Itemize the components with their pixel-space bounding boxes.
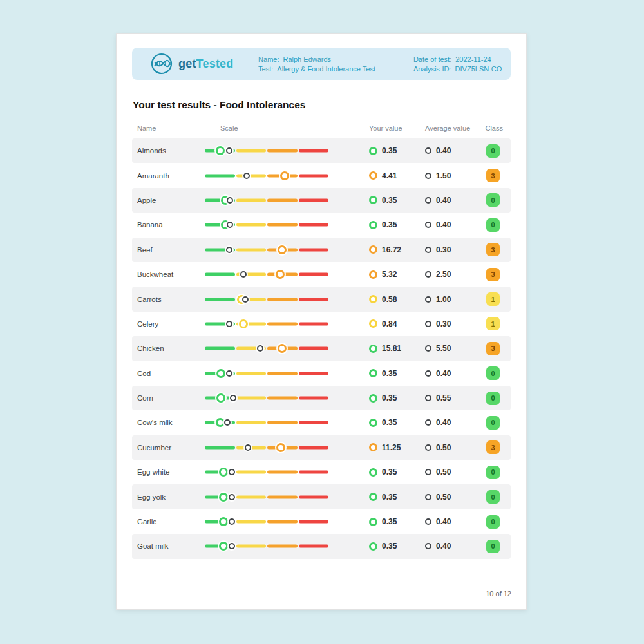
class-badge: 0 [486,466,500,479]
your-value-ring-icon [369,171,377,180]
class-cell: 0 [486,366,500,380]
your-value-ring-icon [369,147,377,155]
average-value-marker [226,247,232,253]
average-value-number: 0.55 [436,393,451,402]
your-value-ring-icon [369,394,377,402]
scale-bar [205,446,328,449]
your-value-number: 4.41 [382,171,397,180]
class-badge: 0 [486,193,500,207]
scale-segment-orange [267,372,298,375]
allergen-name: Banana [132,221,205,229]
average-value-ring-icon [425,296,431,303]
scale-segment-red [299,397,329,400]
your-value-marker [219,542,228,551]
table-row: Cow's milk0.350.400 [132,410,511,435]
average-value-ring-icon [425,444,431,451]
average-value-cell: 0.40 [425,369,483,378]
your-value-number: 0.35 [382,369,397,378]
your-value-ring-icon [369,270,377,279]
your-value-number: 0.35 [382,220,397,229]
scale-segment-red [299,545,329,548]
average-value-cell: 1.00 [425,295,483,304]
your-value-number: 0.35 [382,146,397,155]
scale-bar [205,322,328,325]
report-header-banner: getTested Name: Ralph Edwards Test: Alle… [132,48,511,80]
your-value-ring-icon [369,419,377,427]
average-value-number: 0.40 [436,146,451,155]
scale-segment-red [299,347,329,350]
average-value-cell: 0.50 [425,493,483,502]
test-value: Allergy & Food Intolerance Test [277,65,375,73]
average-value-marker [229,543,235,549]
table-row: Goat milk0.350.400 [132,534,511,558]
analysis-id-value: DIVZ5LSN-CO [455,65,502,73]
your-value-marker [276,270,285,279]
scale-segment-red [299,248,329,251]
intolerance-scale [205,188,328,213]
your-value-ring-icon [369,345,377,353]
allergen-name: Chicken [132,345,205,352]
allergen-name: Goat milk [132,542,205,550]
intolerance-scale [205,410,328,435]
scale-segment-yellow [236,248,267,251]
average-value-cell: 0.40 [425,418,483,427]
average-value-cell: 1.50 [425,171,483,180]
class-badge: 3 [486,169,500,182]
your-value-number: 0.35 [382,493,397,502]
average-value-ring-icon [425,321,431,327]
scale-segment-orange [267,520,298,524]
table-row: Chicken15.815.503 [132,336,511,361]
your-value-cell: 5.32 [369,270,425,279]
class-badge: 0 [486,392,500,405]
class-cell: 0 [486,218,500,232]
report-page: getTested Name: Ralph Edwards Test: Alle… [116,33,527,610]
scale-segment-orange [267,223,298,227]
class-cell: 0 [486,392,500,405]
scale-segment-red [299,198,329,202]
class-cell: 3 [486,342,500,355]
your-value-ring-icon [369,443,377,451]
scale-segment-yellow [236,174,267,177]
scale-segment-orange [267,298,298,301]
scale-segment-yellow [236,520,267,524]
intolerance-scale [205,262,328,287]
scale-segment-green [205,273,235,276]
scale-segment-red [299,520,329,524]
average-value-ring-icon [425,247,431,253]
class-badge: 3 [486,243,500,256]
scale-segment-yellow [236,421,267,424]
class-cell: 0 [486,416,500,430]
intolerance-scale [205,312,328,336]
class-cell: 3 [486,169,500,182]
your-value-cell: 0.35 [369,542,425,551]
scale-bar [205,347,328,350]
patient-info: Name: Ralph Edwards Test: Allergy & Food… [258,55,413,73]
test-date-line: Date of test: 2022-11-24 [413,55,511,63]
class-badge: 0 [486,218,500,232]
class-badge: 0 [486,540,500,553]
your-value-ring-icon [369,369,377,377]
table-body: Almonds0.350.400Amaranth4.411.503Apple0.… [132,138,511,559]
class-cell: 0 [486,144,500,158]
your-value-cell: 0.58 [369,295,425,304]
brand: getTested [132,52,258,75]
scale-segment-red [299,273,329,276]
scale-segment-red [299,322,329,325]
intolerance-scale [205,509,328,534]
allergen-name: Beef [132,246,205,254]
allergen-name: Garlic [132,518,205,526]
analysis-id-label: Analysis-ID: [413,65,451,73]
intolerance-scale [205,287,328,311]
average-value-marker [226,370,232,377]
name-label: Name: [258,55,279,63]
scale-bar [205,298,328,301]
average-value-marker [245,444,251,451]
scale-segment-green [205,298,235,301]
average-value-cell: 0.30 [425,245,483,254]
brand-get: get [178,57,196,70]
patient-name-line: Name: Ralph Edwards [258,55,413,63]
your-value-number: 0.84 [382,319,397,328]
average-value-cell: 0.50 [425,468,483,477]
your-value-cell: 0.35 [369,493,425,502]
your-value-ring-icon [369,319,377,328]
